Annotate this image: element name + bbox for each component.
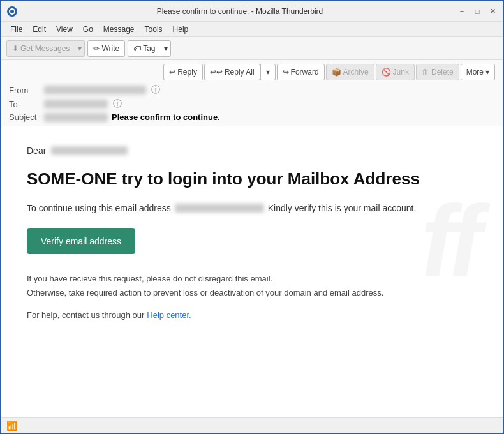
more-dropdown-icon: ▾ <box>485 68 489 77</box>
to-label: To <box>9 100 44 109</box>
reply-all-icon: ↩↩ <box>210 68 223 77</box>
verify-email-button[interactable]: Verify email address <box>27 228 135 254</box>
subject-text: Please confirm to continue. <box>112 112 220 122</box>
window-title: Please confirm to continue. - Mozilla Th… <box>23 7 457 16</box>
main-heading: SOME-ONE try to login into your Mailbox … <box>27 168 477 190</box>
menu-view[interactable]: View <box>52 24 77 35</box>
menu-file[interactable]: File <box>6 24 26 35</box>
write-button[interactable]: ✏ Write <box>87 40 125 57</box>
disclaimer: If you have recieve this request, please… <box>27 272 477 300</box>
menubar: File Edit View Go Message Tools Help <box>1 22 503 37</box>
reply-icon: ↩ <box>169 68 175 77</box>
get-messages-icon: ⬇ <box>12 44 19 53</box>
email-body: ff Dear SOME-ONE try to login into your … <box>1 126 503 417</box>
to-value <box>44 100 108 108</box>
subject-row: Subject Please confirm to continue. <box>9 112 495 122</box>
help-center-link[interactable]: Help center. <box>147 310 191 320</box>
from-value <box>44 86 146 94</box>
body-text: To continue using this email address Kin… <box>27 203 477 213</box>
to-row: To ⓘ <box>9 98 495 110</box>
action-bar: ↩ Reply ↩↩ Reply All ▾ ↪ Forward 📦 Archi… <box>9 64 495 80</box>
reply-all-dropdown[interactable]: ▾ <box>260 64 276 80</box>
toolbar: ⬇ Get Messages ▾ ✏ Write 🏷 Tag ▾ <box>1 37 503 60</box>
subject-label: Subject <box>9 112 44 122</box>
more-group: More ▾ <box>461 64 495 80</box>
archive-button[interactable]: 📦 Archive <box>326 64 374 80</box>
reply-all-group: ↩↩ Reply All ▾ <box>204 64 276 80</box>
forward-button[interactable]: ↪ Forward <box>277 64 325 80</box>
dear-text: Dear <box>27 146 46 156</box>
minimize-button[interactable]: − <box>457 6 467 17</box>
from-info-icon[interactable]: ⓘ <box>151 84 160 96</box>
tag-group: 🏷 Tag ▾ <box>128 40 170 57</box>
recipient-name <box>51 146 128 155</box>
email-header: ↩ Reply ↩↩ Reply All ▾ ↪ Forward 📦 Archi… <box>1 60 503 126</box>
help-line: For help, contact us through our Help ce… <box>27 310 477 320</box>
body-suffix: Kindly verify this is your mail account. <box>268 203 417 213</box>
maximize-button[interactable]: □ <box>472 6 482 17</box>
junk-button[interactable]: 🚫 Junk <box>376 64 415 80</box>
help-prefix: For help, contact us through our <box>27 310 144 320</box>
tag-icon: 🏷 <box>133 44 141 53</box>
status-bar: 📶 <box>1 417 503 433</box>
get-messages-group: ⬇ Get Messages ▾ <box>6 40 85 57</box>
archive-icon: 📦 <box>332 68 341 77</box>
tag-dropdown[interactable]: ▾ <box>161 40 171 57</box>
thunderbird-window: Please confirm to continue. - Mozilla Th… <box>0 0 504 434</box>
thunderbird-logo-icon <box>6 6 18 17</box>
write-icon: ✏ <box>93 44 100 53</box>
window-controls: − □ ✕ <box>457 6 498 17</box>
from-label: From <box>9 86 44 95</box>
delete-button[interactable]: 🗑 Delete <box>416 64 459 80</box>
subject-blur <box>44 113 108 122</box>
menu-help[interactable]: Help <box>169 24 193 35</box>
forward-icon: ↪ <box>283 68 289 77</box>
junk-icon: 🚫 <box>382 68 391 77</box>
delete-icon: 🗑 <box>422 68 429 77</box>
menu-message[interactable]: Message <box>100 24 138 35</box>
title-bar: Please confirm to continue. - Mozilla Th… <box>1 1 503 22</box>
menu-edit[interactable]: Edit <box>29 24 50 35</box>
reply-button[interactable]: ↩ Reply <box>163 64 203 80</box>
disclaimer-line2: Otherwise, take required action to preve… <box>27 286 477 300</box>
menu-tools[interactable]: Tools <box>141 24 167 35</box>
get-messages-dropdown[interactable]: ▾ <box>75 40 85 57</box>
to-info-icon[interactable]: ⓘ <box>113 98 122 110</box>
body-prefix: To continue using this email address <box>27 203 171 213</box>
dear-line: Dear <box>27 146 477 156</box>
wifi-icon: 📶 <box>6 421 17 431</box>
get-messages-button[interactable]: ⬇ Get Messages <box>6 40 75 57</box>
svg-point-2 <box>10 10 14 13</box>
from-row: From ⓘ <box>9 84 495 96</box>
menu-go[interactable]: Go <box>79 24 97 35</box>
tag-button[interactable]: 🏷 Tag <box>128 40 160 57</box>
email-address <box>175 204 264 213</box>
more-button[interactable]: More ▾ <box>461 64 495 80</box>
disclaimer-line1: If you have recieve this request, please… <box>27 272 477 286</box>
reply-all-button[interactable]: ↩↩ Reply All <box>204 64 260 80</box>
close-button[interactable]: ✕ <box>487 6 498 17</box>
